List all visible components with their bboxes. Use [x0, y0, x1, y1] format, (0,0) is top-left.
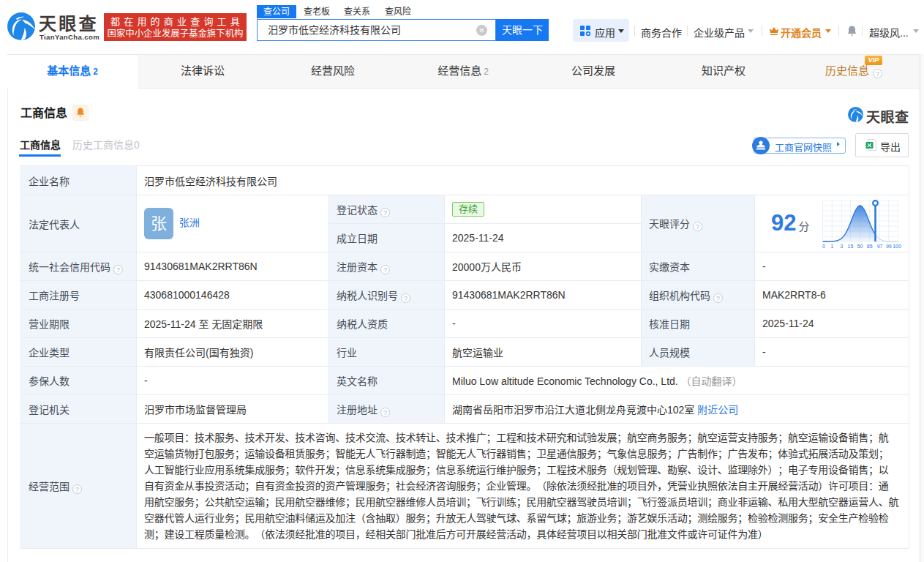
svg-text:85: 85 [867, 244, 873, 249]
svg-text:100: 100 [893, 244, 901, 249]
svg-text:99: 99 [886, 244, 892, 249]
svg-text:15: 15 [848, 244, 854, 249]
svg-text:3: 3 [840, 244, 843, 249]
svg-text:0: 0 [822, 244, 825, 249]
svg-text:50: 50 [857, 244, 863, 249]
svg-text:1: 1 [830, 244, 833, 249]
svg-text:97: 97 [877, 244, 883, 249]
